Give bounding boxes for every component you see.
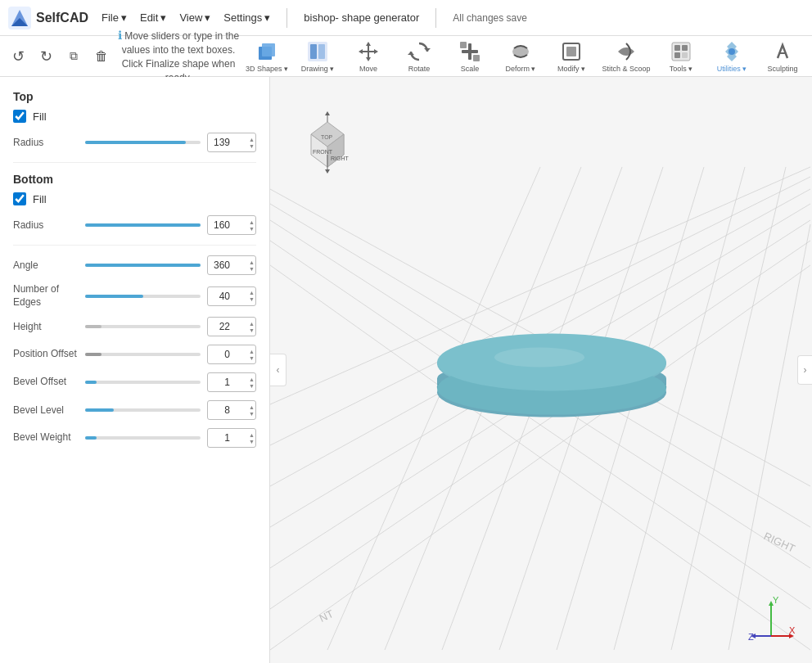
toolbar-deform[interactable]: Deform ▾ bbox=[496, 38, 545, 75]
separator-1 bbox=[286, 8, 287, 28]
project-name: bishop- shape generator bbox=[304, 11, 419, 24]
orientation-cube[interactable]: TOP FRONT RIGHT bbox=[295, 110, 360, 175]
svg-text:TOP: TOP bbox=[321, 134, 333, 140]
bevel-offset-up[interactable]: ▲ bbox=[249, 377, 255, 382]
bevel-level-up[interactable]: ▲ bbox=[249, 404, 255, 410]
num-edges-arrows: ▲ ▼ bbox=[249, 286, 255, 306]
toolbar-rotate-label: Rotate bbox=[408, 65, 431, 73]
toolbar-3d-shapes-label: 3D Shapes ▾ bbox=[246, 65, 288, 73]
y-axis-label: Y bbox=[773, 595, 779, 605]
bevel-weight-up[interactable]: ▲ bbox=[249, 432, 255, 438]
save-status: All changes save bbox=[453, 12, 527, 24]
svg-rect-7 bbox=[318, 44, 325, 59]
bevel-weight-input-wrap: ▲ ▼ bbox=[207, 428, 256, 448]
toolbar-modify[interactable]: Modify ▾ bbox=[547, 38, 596, 75]
bottom-radius-up[interactable]: ▲ bbox=[249, 219, 255, 225]
position-offset-row: Position Offset ▲ ▼ bbox=[13, 345, 256, 364]
drawing-icon bbox=[306, 40, 329, 63]
position-offset-input-wrap: ▲ ▼ bbox=[207, 345, 256, 364]
angle-arrows: ▲ ▼ bbox=[249, 255, 255, 275]
svg-rect-4 bbox=[262, 43, 275, 56]
bottom-fill-label: Fill bbox=[33, 193, 47, 205]
toolbar-sculpting[interactable]: Sculpting bbox=[758, 38, 807, 75]
scale-icon bbox=[458, 40, 481, 63]
menu-edit[interactable]: Edit ▾ bbox=[140, 11, 166, 24]
height-input-wrap: ▲ ▼ bbox=[207, 317, 256, 336]
3d-shape-container[interactable] bbox=[421, 258, 683, 424]
toolbar-sculpting-label: Sculpting bbox=[767, 65, 797, 73]
bevel-weight-slider-container bbox=[85, 430, 201, 446]
svg-text:RIGHT: RIGHT bbox=[331, 156, 350, 161]
height-down[interactable]: ▼ bbox=[249, 327, 255, 333]
bottom-radius-slider-container bbox=[85, 217, 201, 233]
top-radius-input-wrap: ▲ ▼ bbox=[207, 133, 256, 152]
position-offset-up[interactable]: ▲ bbox=[249, 349, 255, 354]
delete-button[interactable]: 🗑 bbox=[88, 43, 115, 70]
toolbar-scale-label: Scale bbox=[461, 65, 480, 73]
selfcad-logo-icon bbox=[8, 7, 31, 29]
bevel-weight-arrows: ▲ ▼ bbox=[249, 428, 255, 448]
top-radius-row: Radius ▲ ▼ bbox=[13, 133, 256, 152]
bevel-weight-down[interactable]: ▼ bbox=[249, 439, 255, 444]
bevel-offset-row: Bevel Offset ▲ ▼ bbox=[13, 372, 256, 392]
menu-file[interactable]: File ▾ bbox=[102, 11, 127, 24]
top-fill-row: Fill bbox=[13, 110, 256, 123]
bevel-offset-down[interactable]: ▼ bbox=[249, 383, 255, 389]
position-offset-arrows: ▲ ▼ bbox=[249, 345, 255, 364]
collapse-panel-button[interactable]: ‹ bbox=[270, 354, 286, 386]
height-slider-container bbox=[85, 318, 201, 335]
toolbar-scale[interactable]: Scale bbox=[445, 38, 494, 75]
viewport[interactable]: ‹ bbox=[270, 77, 812, 663]
bevel-offset-input-wrap: ▲ ▼ bbox=[207, 372, 256, 392]
redo-button[interactable]: ↻ bbox=[33, 43, 59, 70]
bevel-level-arrows: ▲ ▼ bbox=[249, 400, 255, 420]
angle-up[interactable]: ▲ bbox=[249, 259, 255, 265]
top-radius-label: Radius bbox=[13, 137, 79, 148]
bottom-fill-checkbox[interactable] bbox=[13, 192, 26, 205]
top-radius-arrows: ▲ ▼ bbox=[249, 133, 255, 152]
toolbar-move[interactable]: Move bbox=[344, 38, 393, 75]
position-offset-slider-container bbox=[85, 346, 201, 363]
info-icon: ℹ bbox=[118, 29, 122, 42]
angle-input-wrap: ▲ ▼ bbox=[207, 255, 256, 275]
move-icon bbox=[357, 40, 380, 63]
top-fill-checkbox[interactable] bbox=[13, 110, 26, 123]
bevel-offset-slider-container bbox=[85, 374, 201, 390]
side-panel: Top Fill Radius ▲ ▼ Bottom bbox=[0, 77, 270, 663]
bevel-offset-label: Bevel Offset bbox=[13, 376, 79, 389]
toolbar-stitch-scoop[interactable]: Stitch & Scoop bbox=[598, 38, 655, 75]
toolbar-rotate[interactable]: Rotate bbox=[395, 38, 444, 75]
num-edges-down[interactable]: ▼ bbox=[249, 296, 255, 302]
bottom-section-title: Bottom bbox=[13, 173, 256, 186]
toolbar-deform-label: Deform ▾ bbox=[505, 65, 535, 73]
menu-view[interactable]: View ▾ bbox=[179, 11, 210, 24]
toolbar-drawing[interactable]: Drawing ▾ bbox=[293, 38, 342, 75]
undo-button[interactable]: ↺ bbox=[5, 43, 31, 70]
bottom-radius-down[interactable]: ▼ bbox=[249, 226, 255, 232]
menu-settings[interactable]: Settings ▾ bbox=[223, 11, 270, 24]
toolbar-3d-shapes[interactable]: 3D Shapes ▾ bbox=[242, 38, 291, 75]
top-radius-slider-container bbox=[85, 134, 201, 151]
axis-indicator: Y Z X bbox=[747, 595, 796, 647]
position-offset-down[interactable]: ▼ bbox=[249, 355, 255, 361]
angle-down[interactable]: ▼ bbox=[249, 266, 255, 272]
svg-marker-8 bbox=[424, 48, 431, 52]
height-up[interactable]: ▲ bbox=[249, 321, 255, 327]
x-axis-label: X bbox=[789, 625, 796, 635]
bevel-level-down[interactable]: ▼ bbox=[249, 411, 255, 417]
bottom-radius-arrows: ▲ ▼ bbox=[249, 215, 255, 235]
num-edges-label: Number of Edges bbox=[13, 283, 79, 309]
top-radius-up[interactable]: ▲ bbox=[249, 137, 255, 142]
svg-rect-21 bbox=[682, 52, 688, 58]
toolbar-tools[interactable]: Tools ▾ bbox=[656, 38, 706, 75]
top-radius-down[interactable]: ▼ bbox=[249, 143, 255, 149]
top-fill-label: Fill bbox=[33, 110, 47, 123]
modify-icon bbox=[560, 40, 583, 63]
divider-1 bbox=[13, 162, 256, 163]
num-edges-up[interactable]: ▲ bbox=[249, 290, 255, 295]
svg-rect-13 bbox=[473, 55, 480, 61]
expand-right-button[interactable]: › bbox=[797, 355, 812, 385]
toolbar-utilities[interactable]: Utilities ▾ bbox=[707, 38, 756, 75]
copy-button[interactable]: ⧉ bbox=[61, 43, 87, 70]
bottom-radius-row: Radius ▲ ▼ bbox=[13, 215, 256, 235]
